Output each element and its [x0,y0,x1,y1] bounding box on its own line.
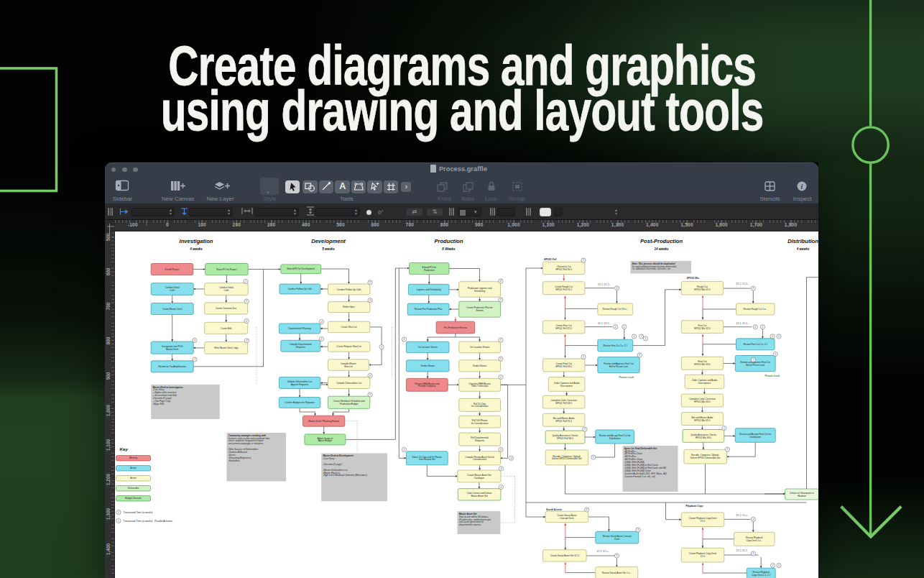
svg-text:1: 1 [726,448,728,451]
svg-text:2: 2 [585,508,587,511]
svg-text:Review Fine Cut 2.x, 2.1: Review Fine Cut 2.x, 2.1 [743,343,767,346]
svg-text:2: 2 [752,518,754,521]
svg-text:Review Pre-Production Plan: Review Pre-Production Plan [414,308,442,311]
svg-text:V2.1, V2.2...: V2.1, V2.2... [598,322,611,325]
svg-text:Scheduling: Scheduling [473,290,485,293]
svg-text:EP101 Mix V6.0: EP101 Mix V6.0 [695,436,711,439]
svg-text:Calls: Calls [223,289,228,292]
svg-text:Production: Production [434,238,463,244]
svg-text:EP101 Full: EP101 Full [544,258,556,261]
svg-text:Key: Key [119,446,128,451]
svg-text:Action: Action [130,477,137,480]
svg-text:8 Weeks: 8 Weeks [442,247,456,251]
svg-text:Deliver EP101 Deliverable Set: Deliver EP101 Deliverable Set [690,457,720,459]
svg-text:1: 1 [500,376,502,379]
svg-text:Master Asset Set: Master Asset Set [471,495,488,497]
svg-text:Investigation: Investigation [179,238,213,244]
svg-text:-Caption Formats (.srt, .itt),: -Caption Formats (.srt, .itt), .vtt) [624,475,655,478]
svg-text:1: 1 [194,358,195,361]
svg-text:1: 1 [369,299,371,302]
svg-text:1: 1 [369,281,371,284]
svg-text:Against Requests: Against Requests [290,383,308,386]
svg-text:Distribution: Distribution [787,238,818,244]
svg-text:2: 2 [509,457,512,460]
svg-text:1: 1 [500,357,502,360]
svg-text:Compile Deliverables List: Compile Deliverables List [336,382,361,385]
svg-text:Turnaround Time (in weeks) - P: Turnaround Time (in weeks) - Parallel Ac… [123,520,172,523]
svg-text:2: 2 [245,339,247,342]
svg-text:Raise PO for Project: Raise PO for Project [216,268,236,271]
svg-text:1: 1 [583,259,584,262]
svg-text:Requests: Requests [295,346,305,349]
svg-text:EP101 Mix V2.0: EP101 Mix V2.0 [694,327,710,330]
svg-text:Review: Review [476,309,484,312]
svg-text:Conduct Follow Up Calls: Conduct Follow Up Calls [287,288,312,290]
svg-text:Ed for Picture Lock: Ed for Picture Lock [746,364,765,367]
svg-text:1: 1 [500,467,502,470]
svg-text:from Review Set: from Review Set [418,458,435,461]
svg-text:Write Master Deck Copy: Write Master Deck Copy [213,347,238,349]
svg-text:V1.1, V1.2...: V1.1, V1.2... [736,283,749,285]
svg-text:and current campaigns or initi: and current campaigns or initiatives. [228,442,264,445]
svg-text:EP101 Mix V5.0: EP101 Mix V5.0 [694,419,710,422]
svg-text:1: 1 [194,339,195,342]
svg-text:2: 2 [369,375,371,377]
svg-text:Studio Shoots: Studio Shoots [472,364,486,367]
svg-text:1: 1 [752,359,754,362]
svg-text:5 weeks: 5 weeks [322,247,335,251]
svg-text:2: 2 [615,287,617,290]
svg-text:1: 1 [723,427,724,430]
svg-text:Descriptions: Descriptions [560,385,573,387]
svg-text:Review Social Asset Set 1.x...: Review Social Asset Set 1.x... [601,572,631,574]
svg-text:Master Deck: Master Deck [166,348,179,351]
svg-text:EP101 Full V2.0: EP101 Full V2.0 [555,327,572,330]
svg-text:V1.1, V1.x...: V1.1, V1.x... [596,550,609,553]
svg-text:1: 1 [500,449,502,451]
svg-text:EP101 Mix V4.0: EP101 Mix V4.0 [694,400,710,403]
svg-text:i.e. additional short edits, e: i.e. additional short edits, episodes, e… [632,267,670,270]
svg-text:Review Fine Cut 2.x, 2.1: Review Fine Cut 2.x, 2.1 [603,344,627,347]
svg-text:-Core Story: -Core Story [323,457,334,460]
svg-text:d: d [320,321,322,324]
svg-text:1: 1 [246,300,247,303]
svg-text:Create Social Asset Set V1.0: Create Social Asset Set V1.0 [550,554,578,557]
svg-text:Pre-Production Review: Pre-Production Review [444,326,467,329]
svg-text:1: 1 [775,353,776,356]
svg-text:Calls: Calls [170,289,175,292]
svg-text:Meeting: Meeting [129,457,137,459]
svg-text:On-Location Shoots: On-Location Shoots [417,346,438,349]
svg-text:V2.1, V2.2: V2.1, V2.2 [736,549,747,552]
svg-text:Catalogue: Catalogue [473,477,484,480]
svg-text:Post-Production: Post-Production [639,238,682,244]
svg-text:1: 1 [403,338,405,341]
svg-text:Production Budget: Production Budget [339,403,358,405]
svg-text:Descriptions: Descriptions [698,382,710,385]
svg-text:1: 1 [772,564,773,567]
svg-text:1: 1 [640,335,642,338]
svg-text:EP101 Full V3.0: EP101 Full V3.0 [555,365,572,368]
svg-text:1: 1 [500,298,502,301]
svg-text:1: 1 [592,456,593,459]
svg-text:1: 1 [772,335,773,338]
svg-text:Shot List: Shot List [343,365,352,368]
svg-text:2: 2 [245,320,247,323]
svg-text:V1.0: V1.0 [700,520,705,523]
svg-text:i: i [801,182,803,190]
svg-text:for Consideration: for Consideration [471,422,488,425]
svg-text:1: 1 [762,326,763,329]
svg-text:Confirm Budgets for Requests: Confirm Budgets for Requests [285,401,315,404]
svg-text:1: 1 [583,356,584,359]
svg-text:1: 1 [639,354,640,357]
svg-text:1: 1 [403,449,405,451]
svg-text:Order Transcripts: Order Transcripts [471,385,488,387]
svg-text:Create Shot List: Create Shot List [341,326,356,329]
svg-text:Distribution: Distribution [749,436,761,439]
svg-text:V2.1, V2.2...: V2.1, V2.2... [736,322,749,325]
svg-text:Refine Spec: Refine Spec [343,306,355,308]
svg-text:1: 1 [320,338,322,341]
svg-text:2: 2 [499,486,502,489]
svg-text:On-Location Shoots: On-Location Shoots [469,346,489,349]
svg-text:Review Rough Cut 1.x...: Review Rough Cut 1.x... [743,308,767,311]
svg-text:EP101 Mix V3.0: EP101 Mix V3.0 [694,363,710,366]
svg-text:Departmental Planning: Departmental Planning [288,327,311,330]
